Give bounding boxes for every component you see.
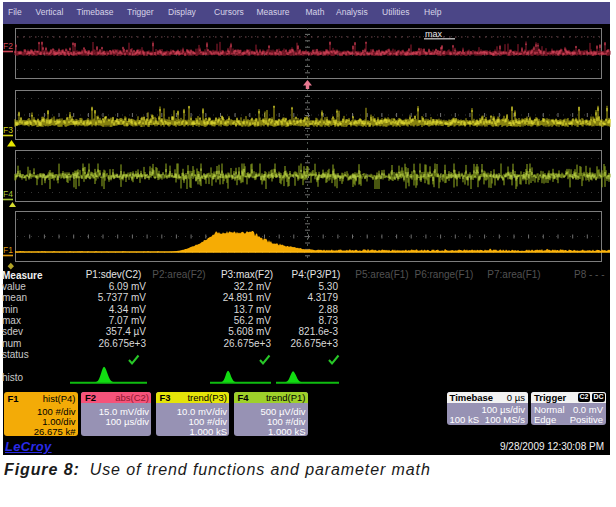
svg-text:F4: F4 (3, 189, 13, 199)
svg-text:F2: F2 (3, 41, 13, 51)
svg-text:max: max (425, 29, 443, 39)
svg-text:F1: F1 (3, 245, 13, 255)
svg-text:F3: F3 (3, 125, 13, 135)
